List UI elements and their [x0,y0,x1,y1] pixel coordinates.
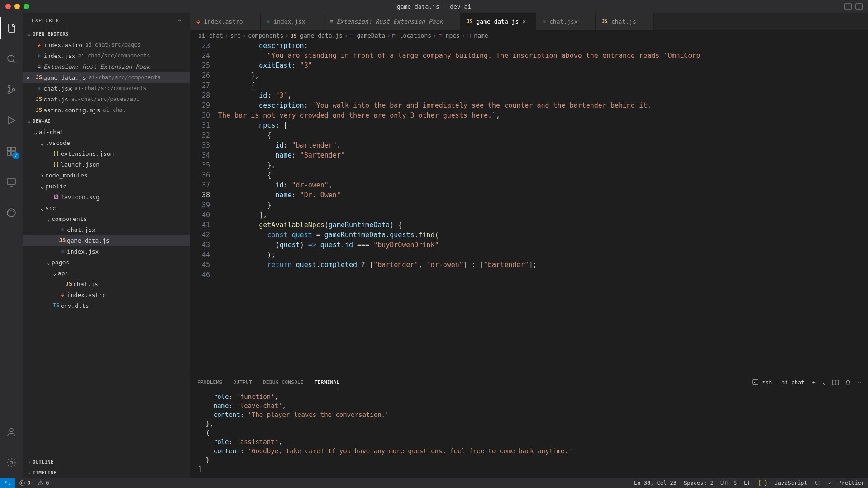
svg-rect-2 [856,4,862,9]
editor-region: ⬙index.astro✕⚛index.jsx✕≡Extension: Rust… [190,13,868,478]
status-prettier[interactable]: ✓ Prettier [825,480,868,486]
sidebar-more-icon[interactable]: ⋯ [177,18,181,24]
file-item[interactable]: ⚛chat.jsx [23,224,190,235]
minimize-window-button[interactable] [14,4,20,9]
layout-panel-icon[interactable] [844,3,852,10]
maximize-window-button[interactable] [24,4,29,9]
activity-accounts[interactable] [0,421,22,443]
file-item[interactable]: ⚛index.jsx [23,246,190,257]
chevron-down-icon: ⌄ [39,205,45,211]
open-editor-item[interactable]: ≡Extension: Rust Extension Pack [23,61,190,72]
file-icon: ⬙ [196,18,200,25]
close-window-button[interactable] [5,4,11,9]
status-encoding[interactable]: UTF-8 [717,480,740,486]
chevron-down-icon: ⌄ [52,270,58,277]
open-editor-item[interactable]: ⚛index.jsxai-chat/src/components [23,50,190,61]
folder-item[interactable]: ›node_modules [23,170,190,181]
terminal-output[interactable]: role: 'function', name: 'leave-chat', co… [190,390,868,478]
activity-source-control[interactable] [0,79,22,100]
status-warnings[interactable]: 0 [34,480,52,486]
activity-remote[interactable] [0,171,22,193]
file-item[interactable]: 🖼favicon.svg [23,191,190,202]
open-editor-item[interactable]: ✕JSgame-data.jsai-chat/src/components [23,72,190,83]
breadcrumb-item[interactable]: ⬚ name [467,32,488,39]
file-item[interactable]: {}extensions.json [23,148,190,159]
status-language[interactable]: { } JavaScript [754,480,811,486]
remote-indicator[interactable] [0,478,15,488]
panel-tab[interactable]: PROBLEMS [197,379,222,385]
chevron-right-icon: › [25,459,33,465]
breadcrumb-item[interactable]: ⬚ locations [392,32,431,39]
close-icon[interactable]: ✕ [522,18,529,25]
file-icon: ⬙ [34,42,43,48]
timeline-header[interactable]: › TIMELINE [23,467,190,478]
folder-item[interactable]: ⌄ai-chat [23,126,190,137]
file-icon: ⚛ [34,85,43,91]
code-editor[interactable]: 2324252627282930313233343536373839404142… [190,41,868,374]
code-content[interactable]: description: "You are standing in front … [218,41,868,374]
breadcrumbs[interactable]: ai-chat›src›components›JS game-data.js›⬚… [190,30,868,41]
file-icon: JS [602,19,608,24]
file-icon: ⚛ [543,19,546,24]
activity-search[interactable] [0,48,22,70]
kill-terminal-icon[interactable] [845,379,851,386]
editor-tab[interactable]: JSgame-data.js✕ [460,13,536,30]
activity-extensions[interactable]: 7 [0,140,22,162]
open-editors-header[interactable]: ⌄ OPEN EDITORS [23,29,190,39]
panel-tab[interactable]: TERMINAL [315,379,339,388]
folder-item[interactable]: ⌄pages [23,257,190,268]
panel-tabs: PROBLEMSOUTPUTDEBUG CONSOLETERMINAL zsh … [190,374,868,390]
new-terminal-icon[interactable]: ＋ [811,378,816,386]
breadcrumb-item[interactable]: ⬚ npcs [439,32,460,39]
file-item[interactable]: ⬙index.astro [23,289,190,300]
panel-tab[interactable]: OUTPUT [233,379,252,385]
breadcrumb-item[interactable]: components [248,32,283,39]
svg-point-8 [13,89,15,91]
layout-sidebar-icon[interactable] [855,3,863,10]
breadcrumb-item[interactable]: src [230,32,241,39]
breadcrumb-item[interactable]: JS game-data.js [291,32,343,39]
terminal-dropdown-icon[interactable]: ⌄ [823,379,826,386]
file-item[interactable]: {}launch.json [23,159,190,170]
open-editor-item[interactable]: JSchat.jsai-chat/src/pages/api [23,94,190,105]
split-terminal-icon[interactable] [832,379,839,386]
folder-item[interactable]: ⌄api [23,268,190,278]
breadcrumb-item[interactable]: ai-chat [198,32,223,39]
svg-rect-11 [12,147,15,151]
file-item[interactable]: JSgame-data.js [23,235,190,246]
status-bar: 0 0 Ln 38, Col 23 Spaces: 2 UTF-8 LF { }… [0,478,868,488]
folder-item[interactable]: ⌄components [23,213,190,224]
file-icon: TS [52,302,61,309]
editor-tab[interactable]: JSchat.js✕ [596,13,654,30]
editor-tab[interactable]: ⚛chat.jsx✕ [536,13,595,30]
open-editor-item[interactable]: ⚛chat.jsxai-chat/src/components [23,83,190,94]
activity-settings[interactable] [0,452,22,474]
file-icon: JS [34,74,43,81]
open-editor-item[interactable]: JSastro.config.mjsai-chat [23,105,190,115]
file-item[interactable]: JSchat.js [23,278,190,289]
project-header[interactable]: ⌄ DEV-AI [23,115,190,126]
open-editor-item[interactable]: ⬙index.astroai-chat/src/pages [23,39,190,50]
status-cursor[interactable]: Ln 38, Col 23 [630,480,680,486]
folder-item[interactable]: ⌄src [23,202,190,213]
activity-explorer[interactable] [0,17,22,39]
terminal-shell-label[interactable]: zsh - ai-chat [752,379,804,386]
status-eol[interactable]: LF [740,480,754,486]
activity-run-debug[interactable] [0,110,22,131]
close-icon[interactable]: ✕ [26,74,34,81]
outline-header[interactable]: › OUTLINE [23,456,190,467]
activity-edge[interactable] [0,202,22,224]
editor-tab[interactable]: ⬙index.astro✕ [190,13,261,30]
breadcrumb-item[interactable]: ⬚ gameData [350,32,385,39]
panel-tab[interactable]: DEBUG CONSOLE [263,379,304,385]
status-feedback-icon[interactable] [811,480,825,486]
folder-item[interactable]: ⌄.vscode [23,137,190,148]
panel-more-icon[interactable]: ⋯ [858,379,861,386]
file-item[interactable]: TSenv.d.ts [23,300,190,311]
status-spaces[interactable]: Spaces: 2 [680,480,717,486]
status-errors[interactable]: 0 [15,480,34,486]
editor-tab[interactable]: ⚛index.jsx✕ [261,13,323,30]
folder-item[interactable]: ⌄public [23,181,190,191]
editor-tab[interactable]: ≡Extension: Rust Extension Pack✕ [323,13,461,30]
svg-rect-14 [7,179,15,184]
